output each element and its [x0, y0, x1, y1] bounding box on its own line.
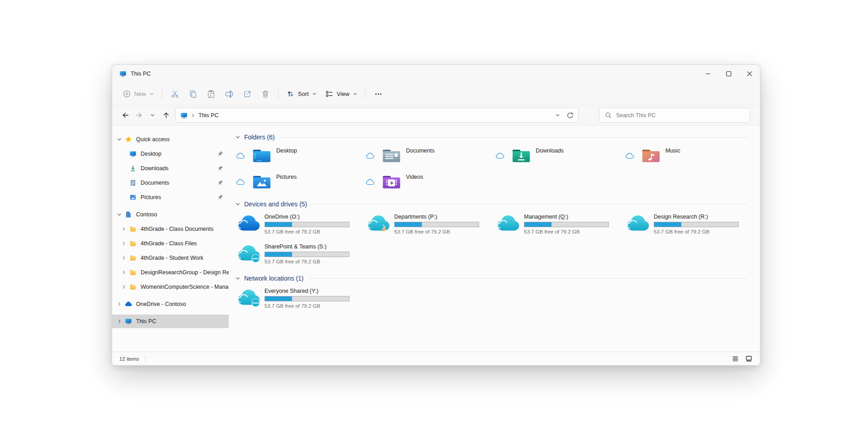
navigation-pane: Quick access Desktop Downloads Documents [112, 125, 229, 352]
breadcrumb-item-this-pc[interactable]: This PC [198, 112, 218, 119]
new-button[interactable]: New [118, 86, 158, 102]
folder-icon [129, 254, 137, 262]
cloud-status-icon [366, 179, 375, 185]
chevron-down-icon[interactable] [235, 201, 241, 207]
drive-tile-departments-p[interactable]: Departments (P:) 53.7 GB free of 79.2 GB [361, 213, 491, 236]
drive-tile-everyone-shared-y[interactable]: Everyone Shared (Y:) 53.7 GB free of 79.… [231, 287, 361, 310]
back-button[interactable] [118, 109, 132, 122]
folder-tile-desktop[interactable]: Desktop [231, 146, 361, 165]
copy-button[interactable] [184, 86, 202, 102]
sidebar-item-contoso[interactable]: Contoso [112, 208, 229, 221]
forward-button[interactable] [132, 109, 146, 122]
address-dropdown-button[interactable] [551, 109, 564, 121]
toolbar-separator [162, 89, 162, 99]
sidebar-item-quick-access[interactable]: Quick access [112, 133, 229, 146]
refresh-button[interactable] [564, 109, 576, 121]
paste-button[interactable] [202, 86, 220, 102]
minimize-button[interactable] [698, 65, 718, 83]
toolbar-separator [278, 89, 278, 99]
collapse-chevron-icon[interactable] [120, 269, 127, 276]
share-button[interactable] [238, 86, 256, 102]
sidebar-item-label: Desktop [141, 151, 217, 157]
drive-tile-onedrive-o[interactable]: OneDrive (O:) 53.7 GB free of 79.2 GB [231, 213, 361, 236]
details-list-icon [732, 355, 739, 362]
search-icon [605, 112, 612, 119]
sidebar-item-downloads[interactable]: Downloads [112, 162, 229, 175]
chevron-down-icon[interactable] [235, 134, 241, 140]
delete-button[interactable] [256, 86, 274, 102]
view-button[interactable]: View [321, 86, 362, 102]
section-title: Folders (6) [244, 134, 275, 141]
large-icons-view-button[interactable] [743, 354, 755, 364]
pin-icon[interactable] [217, 165, 223, 172]
folder-tile-music[interactable]: Music [621, 146, 750, 165]
sidebar-item-label: Contoso [136, 211, 229, 218]
folder-tile-downloads[interactable]: Downloads [491, 146, 621, 165]
drive-name: Design Research (R:) [654, 214, 739, 220]
address-bar[interactable]: This PC [175, 108, 579, 123]
status-bar: 12 items [112, 352, 760, 365]
collapse-chevron-icon[interactable] [116, 318, 123, 325]
search-input[interactable] [616, 112, 745, 119]
close-button[interactable] [739, 65, 760, 83]
folder-tile-documents[interactable]: Documents [361, 146, 491, 165]
sidebar-item-4thgrade-student-work[interactable]: 4thGrade - Student Work [112, 251, 229, 265]
collapse-chevron-icon[interactable] [116, 301, 123, 308]
rename-button[interactable] [220, 86, 238, 102]
maximize-button[interactable] [718, 65, 739, 83]
drive-tile-management-q[interactable]: Management (Q:) 53.7 GB free of 79.2 GB [491, 213, 621, 236]
sidebar-item-label: DesignResearchGroup - Design Resea [141, 269, 229, 276]
capacity-bar [264, 222, 349, 227]
collapse-chevron-icon[interactable] [120, 225, 127, 233]
contoso-group: Contoso 4thGrade - Class Documents 4thGr… [112, 208, 229, 294]
see-more-button[interactable] [369, 86, 387, 102]
cloud-status-icon [625, 153, 634, 159]
pin-icon[interactable] [217, 151, 223, 157]
sidebar-item-womenincomputerscience[interactable]: WomeninComputerScience - Manage [112, 280, 229, 294]
folder-tile-pictures[interactable]: Pictures [231, 172, 361, 191]
recent-locations-button[interactable] [146, 109, 159, 122]
drive-info: OneDrive (O:) 53.7 GB free of 79.2 GB [264, 213, 349, 236]
drives-grid: OneDrive (O:) 53.7 GB free of 79.2 GB De… [231, 213, 755, 266]
item-count: 12 items [119, 356, 139, 362]
sidebar-item-desktop[interactable]: Desktop [112, 147, 229, 161]
sidebar-item-this-pc[interactable]: This PC [112, 315, 229, 328]
onedrive-cloud-icon [236, 213, 261, 233]
pin-icon[interactable] [217, 180, 223, 186]
sidebar-item-onedrive-contoso[interactable]: OneDrive - Contoso [112, 297, 229, 311]
star-icon [125, 136, 132, 143]
sidebar-item-4thgrade-class-documents[interactable]: 4thGrade - Class Documents [112, 222, 229, 236]
cut-button[interactable] [166, 86, 184, 102]
details-view-button[interactable] [729, 354, 741, 364]
sidebar-item-designresearchgroup[interactable]: DesignResearchGroup - Design Resea [112, 266, 229, 279]
collapse-chevron-icon[interactable] [120, 254, 127, 262]
section-title: Devices and drives (5) [244, 200, 307, 208]
expand-chevron-icon[interactable] [116, 211, 123, 218]
plus-circle-icon [123, 90, 131, 98]
collapse-chevron-icon[interactable] [120, 283, 127, 291]
document-icon [129, 179, 137, 186]
chevron-down-icon [555, 113, 560, 118]
section-divider [311, 204, 747, 205]
drives-section-header[interactable]: Devices and drives (5) [235, 200, 755, 209]
expand-chevron-icon[interactable] [116, 136, 123, 143]
folder-icon [129, 283, 137, 291]
sidebar-item-documents[interactable]: Documents [112, 176, 229, 190]
sidebar-item-pictures[interactable]: Pictures [112, 191, 229, 204]
building-icon [125, 211, 132, 218]
folders-section-header[interactable]: Folders (6) [235, 133, 755, 142]
pin-icon[interactable] [217, 194, 223, 200]
drive-tile-sharepoint-teams-s[interactable]: SharePoint & Teams (S:) 53.7 GB free of … [231, 243, 361, 266]
cloud-www-icon [236, 287, 261, 307]
folder-tile-videos[interactable]: Videos [361, 172, 491, 191]
capacity-bar [264, 252, 349, 257]
drive-free-space: 53.7 GB free of 79.2 GB [264, 259, 349, 264]
up-button[interactable] [159, 109, 173, 122]
sort-button[interactable]: Sort [282, 86, 321, 102]
drive-tile-design-research-r[interactable]: Design Research (R:) 53.7 GB free of 79.… [621, 213, 750, 236]
network-section-header[interactable]: Network locations (1) [235, 274, 755, 283]
chevron-down-icon[interactable] [235, 276, 241, 281]
view-button-label: View [337, 91, 349, 97]
sidebar-item-4thgrade-class-files[interactable]: 4thGrade - Class Files [112, 237, 229, 250]
collapse-chevron-icon[interactable] [120, 240, 127, 247]
